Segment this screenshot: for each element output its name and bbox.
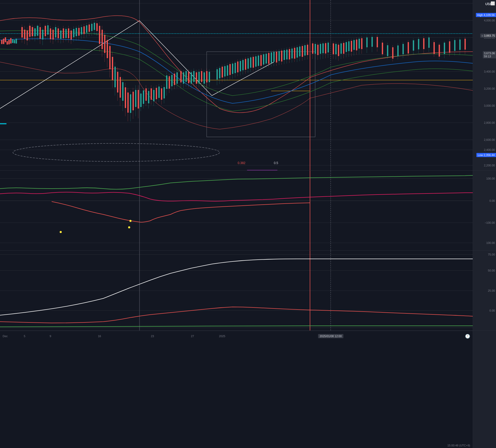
svg-rect-92 — [99, 26, 100, 44]
svg-rect-210 — [258, 56, 259, 66]
svg-rect-254 — [317, 45, 319, 55]
svg-rect-278 — [351, 41, 352, 52]
svg-rect-28 — [12, 39, 13, 43]
date-label-27: 27 — [191, 335, 194, 338]
ind2-level-50: 50.00 — [488, 269, 495, 272]
svg-rect-274 — [346, 42, 347, 52]
svg-rect-333 — [0, 171, 473, 251]
svg-rect-228 — [281, 51, 282, 61]
svg-rect-200 — [245, 59, 246, 70]
svg-rect-96 — [104, 35, 105, 53]
svg-rect-114 — [127, 92, 129, 113]
svg-rect-164 — [193, 71, 195, 82]
price-3400: 3,400.00 — [484, 70, 495, 73]
expand-btn[interactable]: ⬜ — [491, 1, 495, 5]
ind1-level-minus100: −100.00 — [485, 221, 495, 224]
svg-rect-314 — [433, 42, 435, 54]
svg-rect-112 — [125, 87, 126, 108]
clock-icon[interactable]: 🕐 — [465, 334, 470, 338]
svg-rect-180 — [219, 68, 220, 78]
svg-rect-30 — [16, 39, 17, 43]
svg-rect-260 — [325, 43, 326, 53]
price-3200: 3,200.00 — [484, 87, 495, 90]
svg-rect-192 — [235, 63, 236, 73]
svg-rect-276 — [348, 41, 350, 51]
svg-rect-308 — [418, 39, 419, 49]
svg-rect-152 — [176, 72, 178, 84]
svg-point-342 — [60, 231, 62, 233]
svg-rect-60 — [58, 28, 59, 38]
svg-rect-222 — [273, 52, 275, 62]
svg-rect-266 — [335, 44, 337, 54]
date-label-dec: Dec — [3, 335, 8, 338]
svg-rect-116 — [130, 94, 131, 113]
svg-rect-320 — [449, 41, 450, 53]
svg-rect-246 — [304, 45, 306, 56]
svg-rect-34 — [24, 30, 25, 39]
price-3000: 3,000.00 — [484, 104, 495, 107]
svg-rect-120 — [135, 90, 136, 107]
svg-rect-134 — [153, 90, 154, 101]
svg-rect-230 — [284, 50, 285, 60]
chart-layout: 0.382 0.5 Compression — [0, 0, 496, 448]
svg-rect-184 — [224, 66, 226, 76]
high-price-label: High 4,109.56 — [476, 13, 496, 17]
svg-rect-136 — [156, 88, 157, 99]
price-2800: 2,800.00 — [484, 121, 495, 124]
ind2-level-75: 75.00 — [488, 253, 495, 256]
svg-rect-130 — [148, 91, 149, 103]
svg-rect-186 — [227, 65, 228, 76]
svg-rect-22 — [1, 40, 2, 44]
svg-rect-172 — [204, 72, 205, 84]
svg-rect-194 — [237, 61, 238, 72]
svg-rect-226 — [278, 51, 280, 61]
price-2400: 2,400.00 — [484, 148, 495, 151]
svg-rect-52 — [47, 25, 49, 35]
svg-rect-166 — [196, 72, 197, 84]
current-price-timer: 59:13 — [484, 55, 495, 58]
svg-rect-248 — [307, 45, 308, 55]
svg-rect-182 — [222, 67, 223, 78]
svg-rect-224 — [276, 52, 277, 63]
svg-rect-208 — [255, 56, 257, 67]
ind2-level-25: 25.00 — [488, 289, 495, 292]
svg-rect-25 — [7, 41, 8, 44]
svg-rect-106 — [117, 72, 118, 92]
svg-rect-68 — [68, 28, 69, 38]
svg-rect-162 — [191, 72, 192, 84]
svg-rect-258 — [322, 43, 324, 53]
svg-rect-88 — [94, 23, 95, 30]
svg-rect-122 — [138, 90, 139, 109]
date-label-9: 9 — [50, 335, 51, 338]
svg-rect-300 — [397, 45, 399, 56]
price-2600: 2,600.00 — [484, 138, 495, 141]
svg-rect-318 — [444, 43, 445, 54]
price-axis: ▼ ⬜ USDT High 4,109.56 4,000.00 3,800.00… — [473, 0, 496, 448]
price-4000: 4,000.00 — [484, 19, 495, 22]
svg-rect-24 — [5, 37, 6, 42]
svg-rect-150 — [174, 74, 175, 85]
svg-rect-294 — [382, 43, 383, 54]
svg-rect-90 — [96, 23, 98, 31]
svg-rect-78 — [81, 27, 82, 34]
svg-rect-102 — [112, 57, 113, 80]
svg-rect-66 — [65, 29, 67, 38]
svg-rect-138 — [158, 87, 160, 98]
svg-rect-236 — [291, 49, 293, 58]
svg-rect-86 — [91, 24, 92, 31]
svg-rect-148 — [171, 75, 173, 86]
svg-rect-56 — [52, 30, 54, 40]
svg-rect-48 — [42, 30, 43, 40]
down-arrow-btn[interactable]: ▼ — [486, 1, 490, 5]
svg-rect-160 — [188, 72, 189, 83]
low-price-label: Low 2,356.44 — [476, 153, 496, 157]
svg-rect-306 — [413, 40, 414, 51]
svg-rect-29 — [14, 40, 15, 43]
date-axis: Dec 5 9 16 23 27 2025 2025/01/08 12:00 🕐 — [0, 331, 473, 341]
svg-rect-32 — [21, 27, 23, 37]
svg-rect-44 — [37, 26, 38, 36]
svg-rect-272 — [343, 43, 344, 54]
svg-rect-298 — [392, 47, 393, 59]
plus-icon: ⊕ — [481, 34, 483, 37]
svg-rect-174 — [206, 71, 207, 82]
